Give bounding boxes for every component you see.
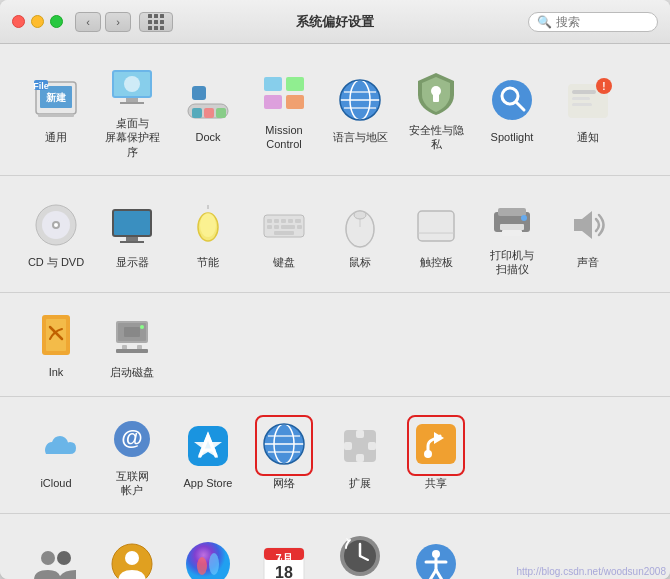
icon-item-dock[interactable]: Dock xyxy=(172,68,244,150)
icon-label-extensions: 扩展 xyxy=(349,476,371,490)
icon-item-timemachine[interactable]: Time Machine xyxy=(324,524,396,579)
icon-item-keyboard[interactable]: 键盘 xyxy=(248,193,320,275)
svg-rect-54 xyxy=(288,219,293,223)
content-area: 新建 File 通用 桌面与 屏幕保护程序 Dock Mission Contr… xyxy=(0,44,670,579)
search-icon: 🔍 xyxy=(537,15,552,29)
icon-keyboard xyxy=(258,199,310,251)
icon-label-dock: Dock xyxy=(195,130,220,144)
forward-button[interactable]: › xyxy=(105,12,131,32)
traffic-lights xyxy=(12,15,63,28)
svg-rect-65 xyxy=(418,211,454,241)
svg-rect-13 xyxy=(204,108,214,118)
icon-item-energy[interactable]: 节能 xyxy=(172,193,244,275)
icon-item-cddvd[interactable]: CD 与 DVD xyxy=(20,193,92,275)
icon-label-language: 语言与地区 xyxy=(333,130,388,144)
icon-printer xyxy=(486,192,538,244)
row-section-3: iCloud @ 互联网 帐户 App Store 网络 扩展 xyxy=(0,397,670,515)
icon-icloud xyxy=(30,420,82,472)
svg-rect-33 xyxy=(572,97,590,100)
icon-item-extensions[interactable]: 扩展 xyxy=(324,414,396,496)
icon-label-general: 通用 xyxy=(45,130,67,144)
svg-rect-70 xyxy=(502,230,522,236)
icon-item-mouse[interactable]: 鼠标 xyxy=(324,193,396,275)
maximize-button[interactable] xyxy=(50,15,63,28)
svg-point-81 xyxy=(140,325,144,329)
icon-datetime: 7月 JUL 18 xyxy=(258,538,310,579)
icon-item-ink[interactable]: Ink xyxy=(20,303,92,385)
icon-label-cddvd: CD 与 DVD xyxy=(28,255,84,269)
icon-label-printer: 打印机与 扫描仪 xyxy=(490,248,534,277)
svg-rect-69 xyxy=(500,224,524,230)
icon-item-startup[interactable]: 启动磁盘 xyxy=(96,303,168,385)
search-input[interactable] xyxy=(556,15,649,29)
icon-sound xyxy=(562,199,614,251)
icon-label-mouse: 鼠标 xyxy=(349,255,371,269)
icon-label-energy: 节能 xyxy=(197,255,219,269)
icon-item-datetime[interactable]: 7月 JUL 18 日期与时间 xyxy=(248,532,320,579)
icon-item-security[interactable]: 安全性与隐私 xyxy=(400,61,472,158)
icon-item-language[interactable]: 语言与地区 xyxy=(324,68,396,150)
svg-rect-34 xyxy=(572,103,592,106)
icon-item-internetaccounts[interactable]: @ 互联网 帐户 xyxy=(96,407,168,504)
icon-item-icloud[interactable]: iCloud xyxy=(20,414,92,496)
close-button[interactable] xyxy=(12,15,25,28)
icon-label-notification: 通知 xyxy=(577,130,599,144)
svg-point-28 xyxy=(492,80,532,120)
search-box[interactable]: 🔍 xyxy=(528,12,658,32)
icon-label-display: 显示器 xyxy=(116,255,149,269)
icon-item-users[interactable]: 用户与群组 xyxy=(20,532,92,579)
icon-startup xyxy=(106,309,158,361)
icon-item-appstore[interactable]: App Store xyxy=(172,414,244,496)
icon-item-sound[interactable]: 声音 xyxy=(552,193,624,275)
svg-rect-58 xyxy=(281,225,295,229)
svg-rect-16 xyxy=(264,77,282,91)
svg-point-40 xyxy=(54,223,58,227)
svg-text:18: 18 xyxy=(275,564,293,579)
svg-point-100 xyxy=(57,551,71,565)
svg-rect-45 xyxy=(120,241,144,243)
svg-rect-43 xyxy=(114,211,150,235)
row-section-0: 新建 File 通用 桌面与 屏幕保护程序 Dock Mission Contr… xyxy=(0,44,670,176)
icon-label-mission: Mission Control xyxy=(265,123,302,152)
back-button[interactable]: ‹ xyxy=(75,12,101,32)
svg-point-104 xyxy=(186,542,230,579)
svg-rect-17 xyxy=(286,77,304,91)
icon-item-spotlight[interactable]: Spotlight xyxy=(476,68,548,150)
icon-item-sharing[interactable]: 共享 xyxy=(400,414,472,496)
icon-item-trackpad[interactable]: 触控板 xyxy=(400,193,472,275)
titlebar: ‹ › 系统偏好设置 🔍 xyxy=(0,0,670,44)
icon-item-network[interactable]: 网络 xyxy=(248,414,320,496)
icon-label-ink: Ink xyxy=(49,365,64,379)
icon-item-mission[interactable]: Mission Control xyxy=(248,61,320,158)
icon-accessibility xyxy=(410,538,462,579)
icon-label-icloud: iCloud xyxy=(40,476,71,490)
svg-point-64 xyxy=(354,211,366,219)
icon-siri xyxy=(182,538,234,579)
icon-language xyxy=(334,74,386,126)
icon-item-siri[interactable]: Siri xyxy=(172,532,244,579)
svg-rect-68 xyxy=(498,208,526,216)
icon-energy xyxy=(182,199,234,251)
svg-point-106 xyxy=(209,553,219,575)
svg-point-8 xyxy=(124,76,140,92)
svg-rect-15 xyxy=(192,86,206,100)
svg-rect-19 xyxy=(286,95,304,109)
icon-item-parental[interactable]: 家长控制 xyxy=(96,532,168,579)
icon-notification: ! xyxy=(562,74,614,126)
svg-rect-9 xyxy=(126,98,138,102)
grid-view-button[interactable] xyxy=(139,12,173,32)
minimize-button[interactable] xyxy=(31,15,44,28)
icon-item-display[interactable]: 显示器 xyxy=(96,193,168,275)
icon-item-notification[interactable]: ! 通知 xyxy=(552,68,624,150)
svg-point-105 xyxy=(197,557,207,575)
icon-mouse xyxy=(334,199,386,251)
svg-rect-14 xyxy=(216,108,226,118)
svg-text:新建: 新建 xyxy=(46,92,66,103)
icon-item-desktop[interactable]: 桌面与 屏幕保护程序 xyxy=(96,54,168,165)
icon-item-general[interactable]: 新建 File 通用 xyxy=(20,68,92,150)
nav-buttons: ‹ › xyxy=(75,12,131,32)
icon-item-accessibility[interactable]: 辅助功能 xyxy=(400,532,472,579)
icon-item-printer[interactable]: 打印机与 扫描仪 xyxy=(476,186,548,283)
svg-rect-93 xyxy=(356,430,364,438)
icon-label-spotlight: Spotlight xyxy=(491,130,534,144)
